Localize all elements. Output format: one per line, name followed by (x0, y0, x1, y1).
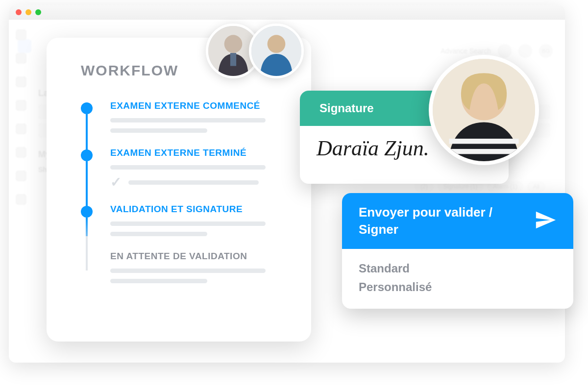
placeholder-line (110, 118, 266, 122)
paper-plane-icon (534, 209, 557, 233)
avatar (249, 24, 304, 78)
signer-avatar (429, 55, 539, 165)
check-icon: ✓ (110, 175, 122, 189)
send-header[interactable]: Envoyer pour valider / Signer (342, 193, 573, 249)
step-title: VALIDATION ET SIGNATURE (110, 204, 287, 215)
placeholder-line (110, 221, 266, 226)
placeholder-line (110, 269, 266, 273)
svg-rect-8 (449, 149, 518, 154)
placeholder-line (128, 180, 259, 185)
workflow-step: EXAMEN EXTERNE COMMENCÉ (81, 100, 287, 133)
step-title: EXAMEN EXTERNE TERMINÉ (110, 147, 287, 158)
window-titlebar (9, 5, 565, 20)
placeholder-line (110, 279, 207, 283)
svg-point-1 (224, 35, 243, 53)
workflow-step: EN ATTENTE DE VALIDATION (81, 251, 287, 283)
workflow-step: EXAMEN EXTERNE TERMINÉ ✓ (81, 147, 287, 189)
placeholder-line (110, 165, 266, 170)
workflow-card: WORKFLOW EXAMEN EXTERNE COMMENCÉ EXAMEN … (47, 38, 311, 342)
workflow-step: VALIDATION ET SIGNATURE (81, 204, 287, 236)
svg-point-4 (268, 35, 286, 53)
workflow-steps: EXAMEN EXTERNE COMMENCÉ EXAMEN EXTERNE T… (81, 100, 287, 283)
step-title: EN ATTENTE DE VALIDATION (110, 251, 287, 262)
traffic-light-zoom[interactable] (35, 9, 41, 15)
send-title: Envoyer pour valider / Signer (359, 204, 524, 238)
step-dot-icon (81, 149, 93, 161)
traffic-light-minimize[interactable] (25, 9, 31, 15)
send-validate-card: Envoyer pour valider / Signer Standard P… (342, 193, 573, 309)
step-dot-icon (81, 102, 93, 114)
reviewer-avatars (206, 24, 304, 78)
svg-rect-7 (449, 139, 518, 144)
send-option-custom[interactable]: Personnalisé (359, 280, 557, 294)
placeholder-line (110, 232, 207, 236)
step-title: EXAMEN EXTERNE COMMENCÉ (110, 100, 287, 111)
svg-rect-2 (230, 53, 236, 66)
send-options: Standard Personnalisé (342, 249, 573, 309)
send-option-standard[interactable]: Standard (359, 262, 557, 275)
step-dot-icon (81, 206, 93, 218)
traffic-light-close[interactable] (16, 9, 22, 15)
placeholder-line (110, 128, 207, 133)
